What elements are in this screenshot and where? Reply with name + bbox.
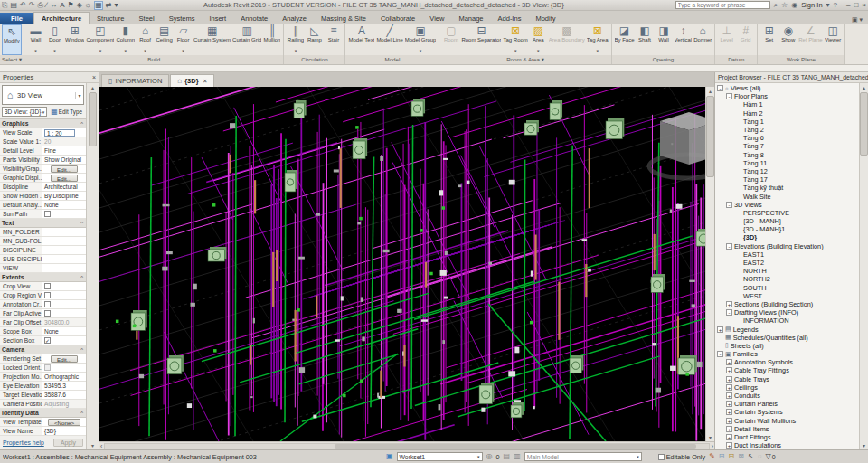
tree-item-t-ng-8[interactable]: Tầng 8 <box>717 151 859 159</box>
model-line-button[interactable]: ╱Model Line <box>375 24 403 55</box>
design-options-icon[interactable]: ▤ <box>504 453 511 460</box>
properties-help-link[interactable]: Properties help <box>3 439 44 446</box>
roof-button[interactable]: ⌂Roof▾ <box>136 24 155 55</box>
tab-analyze[interactable]: Analyze <box>275 13 314 24</box>
edit-type-button[interactable]: Edit Type <box>49 107 84 117</box>
property-value[interactable]: Orthographic <box>42 373 86 381</box>
worksharing-display-icon[interactable]: ✎ <box>709 453 715 460</box>
property-value[interactable] <box>42 237 86 245</box>
tree-item-curtain-systems[interactable]: +Curtain Systems <box>717 408 859 416</box>
properties-close-icon[interactable] <box>92 74 96 80</box>
model-group-button[interactable]: ▣Model Group▾ <box>404 24 438 55</box>
tree-item-drafting-views-info[interactable]: -Drafting Views (INFO) <box>717 308 859 317</box>
tree-item-cable-tray-fittings[interactable]: +Cable Tray Fittings <box>717 366 859 374</box>
close-button[interactable] <box>862 1 866 9</box>
expand-icon[interactable]: + <box>726 376 732 383</box>
scrollbar-thumb[interactable] <box>860 92 868 156</box>
view-tab-close-icon[interactable] <box>203 78 207 84</box>
tree-item-t-ng-2[interactable]: Tầng 2 <box>717 126 859 134</box>
scrollbar-thumb[interactable] <box>706 96 714 177</box>
schedule-icon[interactable]: ▦ <box>94 1 103 10</box>
expand-icon[interactable]: + <box>726 434 732 440</box>
property-value[interactable]: {3D} <box>42 427 86 435</box>
property-section-camera[interactable]: Camera <box>0 345 86 354</box>
tree-item-floor-plans[interactable]: -Floor Plans <box>717 92 859 100</box>
tab-architecture[interactable]: Architecture <box>33 12 90 24</box>
tree-item-3d[interactable]: {3D} <box>717 233 859 241</box>
tab-systems[interactable]: Systems <box>162 13 203 24</box>
property-value[interactable]: 35887.6 <box>42 391 86 399</box>
curtain-system-button[interactable]: ▦Curtain System <box>193 24 231 55</box>
dormer-button[interactable]: ⌂Dormer <box>693 24 712 55</box>
property-input[interactable]: 1 : 20 <box>44 129 75 137</box>
property-value[interactable]: By Discipline <box>42 192 86 200</box>
canvas-vertical-scrollbar[interactable] <box>705 87 714 441</box>
workset-select[interactable]: Workset1 <box>397 452 483 461</box>
wall-button[interactable]: ▬Wall▾ <box>26 24 45 55</box>
editable-elements-icon[interactable]: ⊠ <box>738 453 744 460</box>
tree-item-cable-trays[interactable]: +Cable Trays <box>717 375 859 383</box>
stair-button[interactable]: ≡Stair <box>324 24 343 55</box>
tree-item-information[interactable]: INFORMATION <box>717 317 859 325</box>
tree-item-views-all[interactable]: -⌕Views (all) <box>717 84 859 92</box>
property-value[interactable] <box>42 300 86 308</box>
expand-icon[interactable]: + <box>726 384 732 391</box>
dimension-icon[interactable]: ↔ <box>50 2 57 9</box>
railing-button[interactable]: ∥Railing▾ <box>286 24 305 55</box>
property-value[interactable]: 1 : 20 <box>42 128 86 137</box>
property-value[interactable]: Architectural <box>42 183 86 191</box>
by-face-button[interactable]: ◪By Face <box>614 24 636 55</box>
tree-item-t-ng-17[interactable]: Tầng 17 <box>717 175 859 184</box>
property-edit-button[interactable]: Edit... <box>51 175 78 182</box>
property-checkbox[interactable] <box>44 283 51 289</box>
tree-item-3d-manh-1[interactable]: {3D - MANH}1 <box>717 225 859 233</box>
type-selector-dropdown-icon[interactable] <box>75 92 83 99</box>
set-button[interactable]: ⊞Set <box>760 24 778 55</box>
component-button[interactable]: ◰Component▾ <box>85 24 115 55</box>
tree-item-south[interactable]: SOUTH <box>717 284 859 292</box>
3d-view-icon[interactable]: ◈ <box>77 2 82 9</box>
tree-item-perspective[interactable]: PERSPECTIVE <box>717 209 859 217</box>
property-value[interactable] <box>42 282 86 290</box>
tab-add-ins[interactable]: Add-Ins <box>491 13 529 24</box>
tree-item-north[interactable]: NORTH <box>717 267 859 275</box>
property-value[interactable]: Edit... <box>42 174 86 182</box>
open-icon[interactable]: ⎘ <box>2 2 7 9</box>
3d-canvas[interactable] <box>99 87 705 441</box>
expand-icon[interactable]: + <box>726 442 732 449</box>
browser-scrollbar[interactable] <box>859 83 868 449</box>
collapse-icon[interactable]: - <box>726 93 732 99</box>
tab-insert[interactable]: Insert <box>202 13 233 24</box>
property-value[interactable] <box>42 264 86 272</box>
property-value[interactable] <box>42 210 86 218</box>
wall-button[interactable]: ◨Wall <box>655 24 674 55</box>
tab-manage[interactable]: Manage <box>451 13 490 24</box>
collapse-icon[interactable]: - <box>717 351 723 357</box>
scroll-left-icon[interactable] <box>100 443 102 449</box>
expand-icon[interactable]: + <box>726 401 732 407</box>
tree-item-walk-site[interactable]: Walk Site <box>717 192 859 200</box>
tree-item-h-m-2[interactable]: Hầm 2 <box>717 109 859 118</box>
scroll-up-icon[interactable] <box>91 84 94 90</box>
property-value[interactable]: Edit... <box>42 354 86 363</box>
scroll-up-icon[interactable] <box>863 84 865 90</box>
type-selector[interactable]: 3D View <box>2 85 84 105</box>
text-icon[interactable]: A <box>60 2 64 9</box>
undo-icon[interactable]: ↶ <box>20 2 26 9</box>
property-value[interactable] <box>42 246 86 254</box>
view-tab-3d[interactable]: ⌂{3D} <box>170 74 213 87</box>
switch-windows-icon[interactable]: ⇄ <box>106 2 112 9</box>
tree-item-t-ng-6[interactable]: Tầng 6 <box>717 134 859 142</box>
property-checkbox[interactable] <box>44 211 51 217</box>
expand-icon[interactable]: + <box>726 392 732 399</box>
ramp-button[interactable]: ◺Ramp <box>305 24 324 55</box>
tree-item-curtain-wall-mullions[interactable]: +Curtain Wall Mullions <box>717 417 859 425</box>
property-checkbox[interactable] <box>44 310 51 317</box>
tree-item-3d-manh[interactable]: {3D - MANH} <box>717 217 859 225</box>
tree-item-annotation-symbols[interactable]: +Annotation Symbols <box>717 358 859 366</box>
property-value[interactable]: None <box>42 327 86 335</box>
room-separator-button[interactable]: ⊟Room Separator <box>460 24 502 55</box>
collapse-icon[interactable]: - <box>717 85 723 91</box>
sign-in-button[interactable]: Sign In <box>801 1 822 9</box>
property-section-identity-data[interactable]: Identity Data <box>0 409 86 418</box>
